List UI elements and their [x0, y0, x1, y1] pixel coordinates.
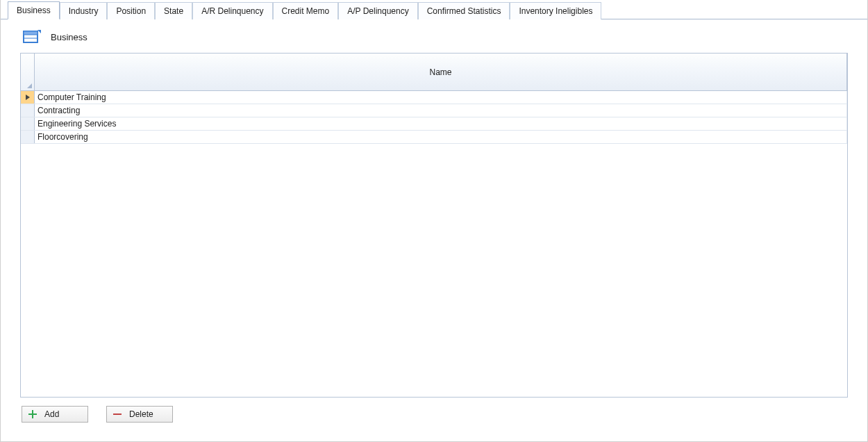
table-row[interactable]: Engineering Services — [21, 117, 847, 131]
section-header: Business — [20, 28, 848, 53]
tab-label: Business — [17, 6, 51, 15]
current-row-arrow-icon — [26, 95, 30, 100]
row-indicator[interactable] — [21, 104, 35, 117]
cell-name[interactable]: Computer Training — [35, 91, 847, 104]
tab-label: A/P Delinquency — [347, 6, 409, 16]
tab-ap-delinquency[interactable]: A/P Delinquency — [338, 2, 418, 19]
sort-indicator-icon — [27, 83, 32, 88]
tabstrip: Business Industry Position State A/R Del… — [1, 0, 867, 19]
tab-label: Confirmed Statistics — [427, 6, 501, 16]
column-header-label: Name — [429, 67, 451, 77]
add-button[interactable]: Add — [22, 406, 88, 423]
delete-button-label: Delete — [129, 409, 153, 419]
section-title: Business — [51, 32, 87, 42]
tab-label: Industry — [69, 6, 99, 16]
cell-name[interactable]: Engineering Services — [35, 117, 847, 130]
tab-position[interactable]: Position — [107, 2, 155, 19]
svg-rect-1 — [24, 31, 37, 35]
table-row[interactable]: Contracting — [21, 104, 847, 117]
add-button-label: Add — [44, 409, 59, 419]
data-grid: Name Computer Training Contracting Engin… — [20, 53, 848, 398]
button-row: Add Delete — [20, 406, 848, 423]
cell-name[interactable]: Floorcovering — [35, 131, 847, 143]
row-indicator[interactable] — [21, 91, 35, 104]
tab-credit-memo[interactable]: Credit Memo — [273, 2, 339, 19]
tab-label: Credit Memo — [282, 6, 330, 16]
tab-label: A/R Delinquency — [201, 6, 263, 16]
row-selector-header[interactable] — [21, 54, 35, 90]
tab-business[interactable]: Business — [8, 1, 60, 19]
tab-confirmed-statistics[interactable]: Confirmed Statistics — [418, 2, 510, 19]
plus-icon — [28, 409, 37, 419]
tab-ar-delinquency[interactable]: A/R Delinquency — [192, 2, 272, 19]
minus-icon — [112, 409, 122, 419]
tab-label: Inventory Ineligibles — [519, 6, 592, 16]
row-indicator[interactable] — [21, 117, 35, 130]
column-header-name[interactable]: Name — [35, 54, 847, 90]
table-row[interactable]: Floorcovering — [21, 131, 847, 144]
tab-industry[interactable]: Industry — [60, 2, 108, 19]
delete-button[interactable]: Delete — [106, 406, 173, 423]
row-indicator[interactable] — [21, 131, 35, 143]
tab-label: State — [164, 6, 183, 16]
cell-name[interactable]: Contracting — [35, 104, 847, 117]
table-row[interactable]: Computer Training — [21, 91, 847, 104]
form-icon — [23, 29, 41, 44]
tab-inventory-ineligibles[interactable]: Inventory Ineligibles — [510, 2, 601, 19]
grid-body: Computer Training Contracting Engineerin… — [21, 91, 847, 397]
tab-state[interactable]: State — [155, 2, 192, 19]
tab-label: Position — [116, 6, 146, 16]
grid-header: Name — [21, 54, 847, 91]
